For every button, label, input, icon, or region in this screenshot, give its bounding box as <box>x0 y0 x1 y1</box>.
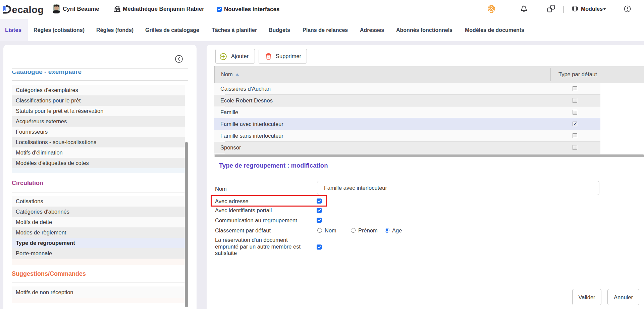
svg-text:ecalog: ecalog <box>12 4 44 15</box>
